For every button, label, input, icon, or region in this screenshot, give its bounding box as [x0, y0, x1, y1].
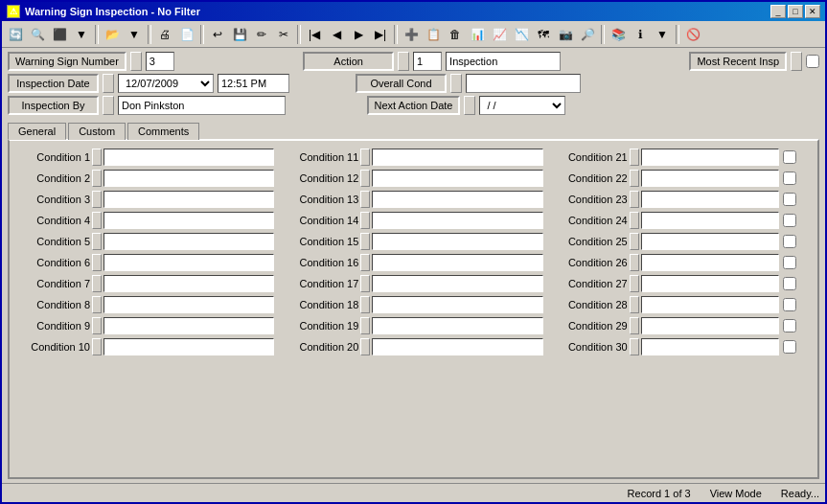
condition-input-10[interactable]: [103, 338, 274, 355]
inspection-date-select[interactable]: 12/07/2009: [118, 74, 214, 93]
condition-input-8[interactable]: [103, 296, 274, 313]
condition-check-27[interactable]: [783, 277, 796, 290]
condition-input-29[interactable]: [641, 317, 779, 334]
condition-check-26[interactable]: [783, 256, 796, 269]
warning-sign-input[interactable]: [146, 52, 174, 71]
info-dropdown-button[interactable]: ▼: [652, 24, 673, 45]
tab-comments[interactable]: Comments: [127, 123, 199, 140]
close-button[interactable]: ✕: [805, 5, 820, 18]
maximize-button[interactable]: □: [788, 5, 803, 18]
condition-input-25[interactable]: [641, 233, 779, 250]
condition-input-18[interactable]: [372, 296, 542, 313]
open-dropdown-button[interactable]: ▼: [124, 24, 145, 45]
prev-record-button[interactable]: ◀: [326, 24, 347, 45]
tab-custom[interactable]: Custom: [68, 123, 126, 140]
condition-label-18: Condition 18: [284, 299, 358, 310]
condition-input-21[interactable]: [641, 149, 779, 166]
condition-check-30[interactable]: [783, 340, 796, 354]
condition-input-9[interactable]: [103, 317, 274, 334]
cut-button[interactable]: ✂: [273, 24, 294, 45]
condition-input-28[interactable]: [641, 296, 779, 313]
last-record-button[interactable]: ▶|: [370, 24, 391, 45]
first-record-button[interactable]: |◀: [304, 24, 325, 45]
condition-input-20[interactable]: [372, 338, 542, 355]
row-inspection-date: Inspection Date 12/07/2009 Overall Cond: [8, 74, 819, 93]
condition-input-26[interactable]: [641, 254, 779, 271]
inspection-by-input[interactable]: [118, 96, 286, 115]
filter-dropdown-button[interactable]: ▼: [71, 24, 92, 45]
print-button[interactable]: 🖨: [154, 24, 175, 45]
condition-input-14[interactable]: [372, 212, 542, 229]
edit-button[interactable]: ✏: [251, 24, 272, 45]
next-action-select[interactable]: / /: [479, 96, 565, 115]
condition-input-3[interactable]: [103, 191, 274, 208]
condition-sep-23: [630, 191, 639, 208]
condition-input-19[interactable]: [372, 317, 542, 334]
tool6-button[interactable]: 🔎: [577, 24, 598, 45]
condition-input-4[interactable]: [103, 212, 274, 229]
overall-cond-input[interactable]: [466, 74, 581, 93]
condition-input-13[interactable]: [372, 191, 542, 208]
report-button[interactable]: 📄: [176, 24, 197, 45]
open-button[interactable]: 📂: [102, 24, 123, 45]
condition-input-24[interactable]: [641, 212, 779, 229]
condition-input-12[interactable]: [372, 170, 542, 187]
tool2-button[interactable]: 📈: [489, 24, 510, 45]
exit-button[interactable]: 🚫: [682, 24, 703, 45]
condition-sep-29: [630, 317, 639, 334]
condition-input-23[interactable]: [641, 191, 779, 208]
condition-check-28[interactable]: [783, 298, 796, 311]
tool3-button[interactable]: 📉: [511, 24, 532, 45]
condition-check-29[interactable]: [783, 319, 796, 332]
add-button[interactable]: ➕: [401, 24, 422, 45]
condition-input-22[interactable]: [641, 170, 779, 187]
condition-input-15[interactable]: [372, 233, 542, 250]
help-button[interactable]: 📚: [608, 24, 629, 45]
condition-input-6[interactable]: [103, 254, 274, 271]
condition-input-2[interactable]: [103, 170, 274, 187]
filter-button[interactable]: ⬛: [49, 24, 70, 45]
condition-check-23[interactable]: [783, 193, 796, 206]
condition-row-19: Condition 19: [284, 317, 542, 334]
condition-row-18: Condition 18: [284, 296, 542, 313]
condition-check-24[interactable]: [783, 214, 796, 227]
tool4-button[interactable]: 🗺: [533, 24, 554, 45]
condition-input-17[interactable]: [372, 275, 542, 292]
delete-button[interactable]: 🗑: [445, 24, 466, 45]
condition-label-24: Condition 24: [553, 215, 628, 226]
condition-check-22[interactable]: [783, 172, 796, 185]
action-number-input[interactable]: [413, 52, 442, 71]
condition-input-27[interactable]: [641, 275, 779, 292]
condition-check-25[interactable]: [783, 235, 796, 248]
condition-input-30[interactable]: [641, 338, 779, 355]
condition-sep-12: [360, 170, 370, 187]
condition-check-21[interactable]: [783, 150, 796, 164]
inspection-time-input[interactable]: [218, 74, 289, 93]
condition-sep-17: [360, 275, 370, 292]
tab-general[interactable]: General: [8, 123, 66, 140]
refresh-button[interactable]: 🔄: [5, 24, 26, 45]
save-button[interactable]: 💾: [229, 24, 250, 45]
search-button[interactable]: 🔍: [27, 24, 48, 45]
tool1-button[interactable]: 📊: [467, 24, 488, 45]
undo-button[interactable]: ↩: [207, 24, 228, 45]
tool5-button[interactable]: 📷: [555, 24, 576, 45]
condition-input-1[interactable]: [103, 149, 274, 166]
minimize-button[interactable]: _: [770, 5, 786, 18]
condition-input-16[interactable]: [372, 254, 542, 271]
condition-row-26: Condition 26: [553, 254, 812, 271]
most-recent-checkbox[interactable]: [806, 55, 819, 68]
copy-button[interactable]: 📋: [423, 24, 444, 45]
condition-input-11[interactable]: [372, 149, 542, 166]
condition-input-7[interactable]: [103, 275, 274, 292]
title-bar: ⚠ Warning Sign Inspection - No Filter _ …: [2, 2, 825, 21]
action-label: Action: [303, 52, 394, 71]
info-button[interactable]: ℹ: [630, 24, 651, 45]
condition-input-5[interactable]: [103, 233, 274, 250]
inspection-by-label: Inspection By: [8, 96, 99, 115]
action-value-input[interactable]: [446, 52, 561, 71]
next-record-button[interactable]: ▶: [348, 24, 369, 45]
condition-row-30: Condition 30: [553, 338, 812, 355]
condition-label-23: Condition 23: [553, 194, 628, 205]
condition-label-28: Condition 28: [553, 299, 628, 310]
